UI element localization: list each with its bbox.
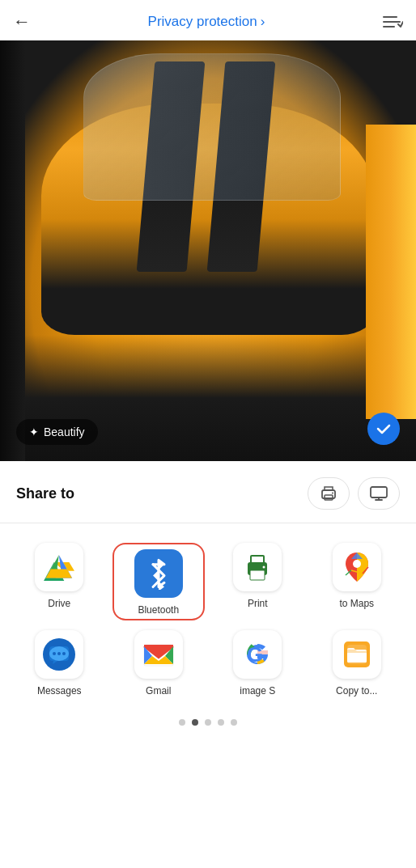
car-image-container: ✦ Beautify [0, 40, 416, 461]
maps-icon [333, 543, 381, 591]
dot-4 [218, 719, 224, 726]
dot-3 [205, 719, 211, 726]
print-share-button[interactable] [308, 477, 350, 510]
messages-icon [35, 630, 83, 679]
pagination-dots [0, 709, 416, 742]
copy-icon [333, 630, 381, 679]
svg-rect-30 [347, 653, 367, 663]
app-item-google[interactable]: G image S [211, 630, 304, 697]
google-label: image S [240, 685, 275, 697]
header-title-text: Privacy protection [148, 14, 257, 30]
google-icon: G [233, 630, 282, 679]
app-item-bluetooth[interactable]: Bluetooth [112, 543, 206, 620]
back-button[interactable]: ← [13, 11, 31, 32]
svg-point-16 [263, 566, 265, 569]
drive-icon [35, 543, 83, 591]
share-header: Share to [16, 477, 400, 510]
dot-2 [192, 719, 198, 726]
beautify-star-icon: ✦ [29, 426, 39, 438]
app-item-maps[interactable]: to Maps [311, 543, 404, 620]
selected-check-badge [367, 413, 400, 445]
svg-point-5 [332, 493, 333, 494]
app-item-messages[interactable]: Messages [13, 630, 106, 697]
svg-point-23 [53, 652, 56, 655]
share-section: Share to [0, 461, 416, 510]
bluetooth-icon [134, 549, 183, 598]
header-title[interactable]: Privacy protection › [148, 14, 265, 30]
app-item-copy[interactable]: Copy to... [311, 630, 404, 697]
svg-rect-4 [325, 495, 333, 500]
print-icon [233, 543, 282, 591]
dot-1 [179, 719, 185, 726]
svg-point-25 [62, 652, 66, 655]
svg-rect-6 [371, 487, 387, 498]
gmail-label: Gmail [146, 685, 171, 697]
header: ← Privacy protection › [0, 0, 416, 40]
dot-5 [231, 719, 237, 726]
maps-label: to Maps [339, 598, 374, 609]
svg-rect-14 [250, 570, 265, 580]
app-item-drive[interactable]: Drive [13, 543, 106, 620]
app-item-gmail[interactable]: Gmail [112, 630, 206, 697]
bluetooth-label: Bluetooth [138, 604, 179, 616]
share-title: Share to [16, 485, 74, 502]
beautify-button[interactable]: ✦ Beautify [16, 419, 98, 445]
car-left-dark [0, 40, 25, 461]
car-windshield [83, 53, 342, 201]
svg-point-17 [353, 560, 361, 568]
filter-button[interactable] [382, 14, 403, 30]
drive-label: Drive [48, 598, 70, 609]
share-icons-row [308, 477, 400, 510]
header-title-arrow: › [261, 14, 265, 30]
copy-label: Copy to... [336, 685, 377, 697]
app-item-print[interactable]: Print [211, 543, 304, 620]
gmail-icon [134, 630, 183, 679]
beautify-label: Beautify [44, 426, 85, 438]
divider [0, 523, 416, 523]
svg-text:G: G [247, 642, 263, 667]
svg-point-24 [57, 652, 61, 655]
print-label: Print [248, 598, 268, 609]
car-side-yellow [366, 125, 416, 419]
messages-label: Messages [37, 685, 82, 697]
apps-grid: Drive Bluetooth Print [0, 536, 416, 709]
svg-rect-15 [251, 556, 264, 563]
screen-share-button[interactable] [358, 477, 400, 510]
